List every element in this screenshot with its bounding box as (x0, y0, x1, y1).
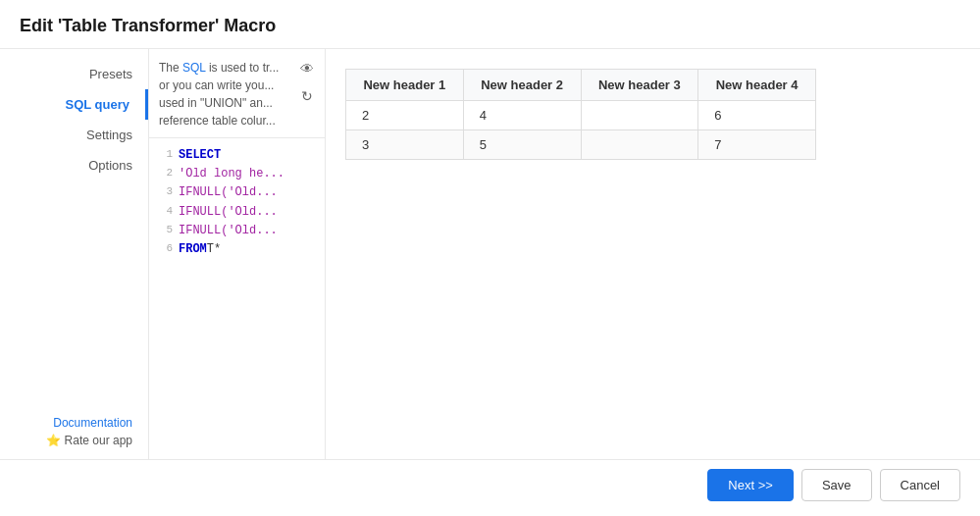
table-header-row: New header 1 New header 2 New header 3 N… (346, 70, 816, 101)
sql-keyword: SQL (182, 61, 206, 75)
data-table: New header 1 New header 2 New header 3 N… (345, 69, 816, 160)
table-row: 246 (346, 101, 816, 130)
code-line-1: 1 SELECT (153, 146, 321, 165)
sql-description: The SQL is used to tr...or you can write… (149, 49, 325, 138)
rate-app[interactable]: ⭐ Rate our app (16, 434, 132, 447)
table-header-1: New header 1 (346, 70, 464, 101)
table-header-3: New header 3 (581, 70, 698, 101)
table-cell-1-0: 3 (346, 130, 464, 160)
sidebar-footer: Documentation ⭐ Rate our app (0, 404, 148, 459)
documentation-link[interactable]: Documentation (16, 416, 132, 430)
code-line-4: 4 IFNULL('Old... (153, 203, 321, 222)
code-line-6: 6 FROM T* (153, 240, 321, 259)
sidebar-item-presets[interactable]: Presets (0, 59, 148, 89)
sidebar-item-settings[interactable]: Settings (0, 120, 148, 150)
save-button[interactable]: Save (801, 469, 872, 501)
eye-icon[interactable]: 👁 (297, 59, 317, 78)
page-title: Edit 'Table Transformer' Macro (0, 0, 980, 49)
table-row: 357 (346, 130, 816, 160)
table-header-4: New header 4 (698, 70, 816, 101)
table-cell-1-2 (581, 130, 698, 160)
sql-panel: The SQL is used to tr...or you can write… (149, 49, 326, 459)
table-cell-1-3: 7 (698, 130, 816, 160)
code-line-5: 5 IFNULL('Old... (153, 222, 321, 240)
table-cell-1-1: 5 (463, 130, 581, 160)
footer: Next >> Save Cancel (0, 459, 980, 510)
sidebar-item-options[interactable]: Options (0, 150, 148, 181)
table-cell-0-3: 6 (698, 101, 816, 130)
table-cell-0-0: 2 (346, 101, 464, 130)
cancel-button[interactable]: Cancel (880, 469, 960, 501)
table-cell-0-2 (581, 101, 698, 130)
code-editor[interactable]: 1 SELECT 2 'Old long he... 3 IFNULL('Old… (149, 138, 325, 459)
sidebar: Presets SQL query Settings Options Docum… (0, 49, 149, 459)
next-button[interactable]: Next >> (707, 469, 794, 501)
table-header-2: New header 2 (463, 70, 581, 101)
code-line-3: 3 IFNULL('Old... (153, 183, 321, 202)
refresh-icon[interactable]: ↻ (297, 86, 317, 106)
code-line-2: 2 'Old long he... (153, 165, 321, 183)
preview-panel: New header 1 New header 2 New header 3 N… (326, 49, 980, 459)
sidebar-item-sql-query[interactable]: SQL query (0, 89, 148, 120)
table-cell-0-1: 4 (463, 101, 581, 130)
